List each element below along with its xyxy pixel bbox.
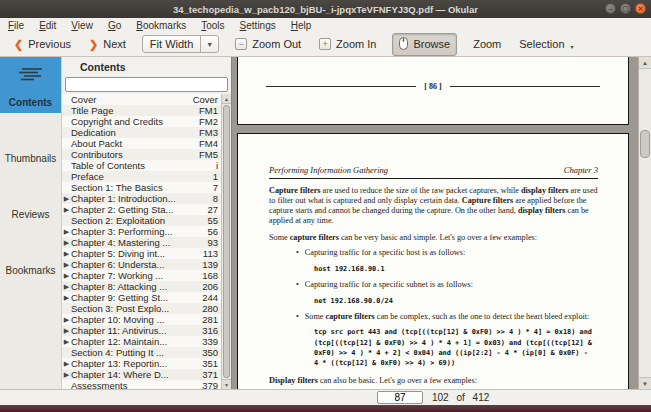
- bullet-icon: •: [296, 280, 299, 290]
- zoom-tool-button[interactable]: Zoom: [467, 35, 507, 53]
- toc-item-label: Table of Contents: [71, 160, 216, 171]
- expand-arrow-icon[interactable]: ▶: [62, 316, 71, 323]
- toc-item-page: 168: [202, 270, 221, 281]
- menu-tools[interactable]: Tools: [201, 20, 224, 31]
- toc-scrollbar[interactable]: ▲ ▼: [221, 94, 231, 389]
- toc-item[interactable]: ▶Chapter 14: Where D...371: [62, 369, 221, 380]
- toc-item[interactable]: Title PageFM1: [62, 105, 221, 116]
- toc-item-page: FM5: [199, 149, 221, 160]
- toc-item[interactable]: Preface1: [62, 171, 221, 182]
- scroll-down-icon[interactable]: ▼: [222, 379, 231, 389]
- toc-item[interactable]: ContributorsFM5: [62, 149, 221, 160]
- next-label: Next: [103, 38, 126, 50]
- page-87-header: Performing Information Gathering Chapter…: [269, 165, 598, 179]
- toc-item[interactable]: About PacktFM4: [62, 138, 221, 149]
- bullet-icon: •: [296, 248, 299, 258]
- menu-settings[interactable]: Settings: [240, 20, 276, 31]
- toc-item-page: 244: [202, 292, 221, 303]
- menu-bookmarks[interactable]: Bookmarks: [136, 20, 186, 31]
- zoom-out-button[interactable]: − Zoom Out: [229, 35, 307, 53]
- toc-item-page: 371: [202, 369, 221, 380]
- toc-item[interactable]: ▶Chapter 13: Reportin...351: [62, 358, 221, 369]
- sidebar-tab-thumbnails[interactable]: Thumbnails: [0, 113, 61, 169]
- fit-width-dropdown[interactable]: Fit Width ▼: [142, 35, 219, 53]
- selection-tool-button[interactable]: Selection ▾: [513, 35, 579, 53]
- doc-scroll-down-icon[interactable]: ▼: [639, 377, 651, 389]
- toc-item-label: Chapter 14: Where D...: [71, 369, 202, 380]
- maximize-button[interactable]: ▢: [620, 3, 631, 14]
- toc-item[interactable]: ▶Chapter 5: Diving int...113: [62, 248, 221, 259]
- toc-item[interactable]: Assessments379: [62, 380, 221, 389]
- toc-item-page: 206: [202, 281, 221, 292]
- expand-arrow-icon[interactable]: ▶: [62, 360, 71, 367]
- expand-arrow-icon[interactable]: ▶: [62, 261, 71, 268]
- toc-item[interactable]: ▶Chapter 3: Performing...56: [62, 226, 221, 237]
- toc-item[interactable]: Section 4: Putting It ...350: [62, 347, 221, 358]
- toc-item[interactable]: Section 3: Post Explo...280: [62, 303, 221, 314]
- sidebar-tab-reviews[interactable]: Reviews: [0, 169, 61, 225]
- bullet-text: Capturing traffic for a specific host is…: [305, 248, 465, 258]
- toc-item-label: Chapter 4: Mastering ...: [71, 237, 207, 248]
- toc-item[interactable]: ▶Chapter 8: Attacking ...206: [62, 281, 221, 292]
- previous-button[interactable]: ❮ Previous: [8, 35, 77, 53]
- toc-item[interactable]: DedicationFM3: [62, 127, 221, 138]
- expand-arrow-icon[interactable]: ▶: [62, 327, 71, 334]
- menu-help[interactable]: Help: [291, 20, 312, 31]
- toc-search-input[interactable]: [65, 77, 228, 92]
- document-scrollbar[interactable]: ▲ ▼: [638, 57, 651, 389]
- toc-item[interactable]: ▶Chapter 11: Antivirus...316: [62, 325, 221, 336]
- toc-item[interactable]: Table of Contentsi: [62, 160, 221, 171]
- toc-item-label: Chapter 8: Attacking ...: [71, 281, 202, 292]
- minimize-button[interactable]: –: [605, 3, 616, 14]
- current-page-input[interactable]: [377, 391, 423, 404]
- sidebar-tab-bookmarks[interactable]: Bookmarks: [0, 225, 61, 281]
- toc-item-label: Section 3: Post Explo...: [71, 303, 202, 314]
- toc-item-label: Chapter 6: Understa...: [71, 259, 202, 270]
- footer-rule-left: [266, 86, 416, 87]
- toc-item[interactable]: CoverCover: [62, 94, 221, 105]
- expand-arrow-icon[interactable]: ▶: [62, 228, 71, 235]
- toc-item[interactable]: Copyright and CreditsFM2: [62, 116, 221, 127]
- expand-arrow-icon[interactable]: ▶: [62, 283, 71, 290]
- toc-item[interactable]: ▶Chapter 12: Maintain...339: [62, 336, 221, 347]
- toc-item[interactable]: Section 1: The Basics7: [62, 182, 221, 193]
- toc-item[interactable]: ▶Chapter 2: Getting Sta...27: [62, 204, 221, 215]
- expand-arrow-icon[interactable]: ▶: [62, 338, 71, 345]
- doc-scroll-up-icon[interactable]: ▲: [639, 57, 651, 69]
- toc-item[interactable]: ▶Chapter 1: Introduction...8: [62, 193, 221, 204]
- toc-item[interactable]: Section 2: Exploitation55: [62, 215, 221, 226]
- toc-scrollbar-thumb[interactable]: [223, 105, 230, 378]
- menu-go[interactable]: Go: [108, 20, 121, 31]
- sidebar-tab-label: Contents: [9, 97, 52, 108]
- toc-item[interactable]: ▶Chapter 7: Working ...168: [62, 270, 221, 281]
- toc-item[interactable]: ▶Chapter 4: Mastering ...93: [62, 237, 221, 248]
- maximize-icon: ▢: [622, 5, 629, 12]
- scroll-up-icon[interactable]: ▲: [222, 94, 231, 104]
- toc-item-label: About Packt: [71, 138, 199, 149]
- menu-edit[interactable]: Edit: [39, 20, 56, 31]
- browse-tool-button[interactable]: Browse: [392, 33, 457, 56]
- contents-panel-title: Contents: [62, 57, 231, 76]
- expand-arrow-icon[interactable]: ▶: [62, 371, 71, 378]
- toc-item-label: Chapter 12: Maintain...: [71, 336, 202, 347]
- bullet-text: Some capture filters can be complex, suc…: [305, 312, 590, 322]
- zoom-in-button[interactable]: + Zoom In: [313, 35, 382, 53]
- selection-dropdown-arrow-icon: ▾: [571, 43, 574, 50]
- expand-arrow-icon[interactable]: ▶: [62, 195, 71, 202]
- expand-arrow-icon[interactable]: ▶: [62, 250, 71, 257]
- menu-view[interactable]: View: [71, 20, 93, 31]
- toc-item[interactable]: ▶Chapter 9: Getting St...244: [62, 292, 221, 303]
- expand-arrow-icon[interactable]: ▶: [62, 239, 71, 246]
- sidebar-tab-contents[interactable]: Contents: [0, 57, 61, 113]
- expand-arrow-icon[interactable]: ▶: [62, 206, 71, 213]
- document-scrollbar-thumb[interactable]: [640, 130, 650, 158]
- menu-file[interactable]: File: [8, 20, 24, 31]
- next-button[interactable]: ❯ Next: [83, 35, 132, 53]
- toc-item-page: 1: [213, 171, 221, 182]
- toc-item[interactable]: ▶Chapter 10: Moving ...281: [62, 314, 221, 325]
- close-button[interactable]: ✕: [635, 3, 646, 14]
- toc-item[interactable]: ▶Chapter 6: Understa...139: [62, 259, 221, 270]
- doc-paragraph: Capture filters are used to reduce the s…: [269, 186, 598, 225]
- expand-arrow-icon[interactable]: ▶: [62, 294, 71, 301]
- expand-arrow-icon[interactable]: ▶: [62, 272, 71, 279]
